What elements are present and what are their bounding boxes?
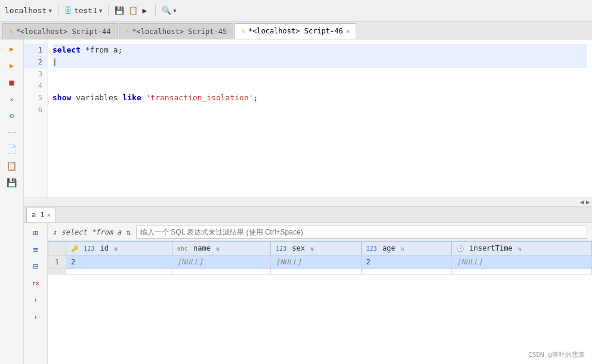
col-sex-sort[interactable]: ⇅ xyxy=(310,245,314,252)
tab-46-close[interactable]: ✕ xyxy=(346,27,350,35)
col-id[interactable]: 🔑 123 id ⇅ xyxy=(66,242,172,255)
separator-3 xyxy=(155,5,156,17)
connection-arrow: ▼ xyxy=(48,8,51,14)
tab-45-label: *<localhost> Script-45 xyxy=(132,27,227,36)
data-table-container[interactable]: 🔑 123 id ⇅ abc name ⇅ xyxy=(48,241,592,364)
result-main: ⊞ ≡ ⊟ ↑✕ ↑ ↓ ↕ select *from a ⇅ xyxy=(24,223,592,364)
result-tab-a1[interactable]: a 1 ✕ xyxy=(26,208,56,222)
up-button[interactable]: ↑ xyxy=(27,292,44,307)
save-file-button[interactable]: 💾 xyxy=(4,175,20,190)
col-id-type: 123 xyxy=(84,245,94,252)
database-label: test1 xyxy=(74,6,97,15)
run-icon[interactable]: ▶ xyxy=(142,6,147,15)
col-inserttime-type: 🕐 xyxy=(457,245,464,252)
tab-script-46[interactable]: ✎ *<localhost> Script-46 ✕ xyxy=(235,23,356,39)
chart-button[interactable]: ⊟ xyxy=(27,259,44,273)
save-icon[interactable]: 💾 xyxy=(115,6,124,15)
cell-name-empty xyxy=(172,269,270,274)
db-icon: 🗄 xyxy=(64,6,72,15)
list-view-button[interactable]: ≡ xyxy=(27,242,44,257)
line-num-3: 3 xyxy=(24,68,47,80)
separator-2 xyxy=(108,5,109,17)
code-line-2 xyxy=(53,56,587,68)
grid-view-button[interactable]: ⊞ xyxy=(27,226,44,240)
copy-icon[interactable]: 📋 xyxy=(128,6,138,15)
col-id-sort[interactable]: ⇅ xyxy=(114,245,118,252)
editor-scrollbar: ◀ ▶ xyxy=(24,198,592,206)
filter-icon: ⇅ xyxy=(127,227,131,237)
col-sex[interactable]: 123 sex ⇅ xyxy=(270,242,361,255)
cell-sex-1: [NULL] xyxy=(270,255,361,269)
search-icon: 🔍 xyxy=(162,6,171,15)
new-file-button[interactable]: 📄 xyxy=(4,142,20,156)
connection-selector[interactable]: localhost ▼ xyxy=(5,6,52,15)
table-header-row: 🔑 123 id ⇅ abc name ⇅ xyxy=(48,242,592,255)
table-row[interactable]: 1 2 [NULL] [NULL] 2 [NULL] xyxy=(48,255,592,269)
cell-rownum-1: 1 xyxy=(48,255,66,269)
database-arrow: ▼ xyxy=(99,8,102,14)
scroll-left-icon[interactable]: ◀ xyxy=(580,199,584,205)
watermark: CSDN @落叶的悲哀 xyxy=(528,350,585,359)
search-selector[interactable]: 🔍 ▼ xyxy=(162,6,176,15)
col-sex-type: 123 xyxy=(276,245,286,252)
line-num-4: 4 xyxy=(24,80,47,92)
col-name-type: abc xyxy=(177,245,188,252)
scroll-right-icon[interactable]: ▶ xyxy=(586,199,590,205)
tab-46-icon: ✎ xyxy=(241,27,245,35)
separator-1 xyxy=(58,5,58,17)
tab-bar: ✎ *<localhost> Script-44 ✎ *<localhost> … xyxy=(0,21,592,39)
code-editor[interactable]: select *from a; show variables like 'tra… xyxy=(48,39,592,198)
col-id-label: id xyxy=(100,244,109,252)
col-inserttime-label: insertTime xyxy=(469,244,512,252)
result-tab-a1-label: a 1 xyxy=(32,211,45,219)
tab-44-label: *<localhost> Script-44 xyxy=(16,27,111,36)
main-toolbar: localhost ▼ 🗄 test1 ▼ 💾 📋 ▶ 🔍 ▼ xyxy=(0,0,592,21)
run-all-button[interactable]: ▶ xyxy=(4,58,20,73)
tab-script-44[interactable]: ✎ *<localhost> Script-44 xyxy=(2,23,118,39)
settings-button[interactable]: ⚙ xyxy=(4,109,20,123)
col-sex-label: sex xyxy=(292,244,305,252)
line-num-6: 6 xyxy=(24,104,47,116)
cell-sex-empty xyxy=(270,269,361,274)
editor-results: 1 2 3 4 5 6 select *from a; show variabl… xyxy=(24,39,592,364)
col-name-label: name xyxy=(193,244,211,252)
col-inserttime[interactable]: 🕐 insertTime ⇅ xyxy=(452,242,592,255)
col-age-type: 123 xyxy=(366,245,377,252)
database-selector[interactable]: 🗄 test1 ▼ xyxy=(64,6,103,15)
cell-age-empty xyxy=(361,269,452,274)
open-file-button[interactable]: 📋 xyxy=(4,159,20,173)
data-table: 🔑 123 id ⇅ abc name ⇅ xyxy=(48,241,592,274)
run-button[interactable]: ▶ xyxy=(4,42,20,56)
result-data-area: ↕ select *from a ⇅ 🔑 xyxy=(48,223,592,364)
table-row-empty xyxy=(48,269,592,274)
search-arrow: ▼ xyxy=(173,8,176,14)
connection-label: localhost xyxy=(5,6,47,15)
result-sql-text: ↕ select *from a xyxy=(53,228,122,236)
filter-input[interactable] xyxy=(136,226,587,239)
toolbar-actions: 💾 📋 ▶ xyxy=(115,6,149,15)
cell-name-1: [NULL] xyxy=(172,255,270,269)
col-age[interactable]: 123 age ⇅ xyxy=(361,242,452,255)
code-line-5: show variables like 'transaction_isolati… xyxy=(53,92,587,104)
export-button[interactable]: ↑✕ xyxy=(27,276,44,290)
cell-rownum-empty xyxy=(48,269,66,274)
code-area[interactable]: 1 2 3 4 5 6 select *from a; show variabl… xyxy=(24,39,592,198)
down-button[interactable]: ↓ xyxy=(27,309,44,323)
dots-button[interactable]: ··· xyxy=(4,125,20,140)
result-tab-bar: a 1 ✕ xyxy=(24,206,592,223)
code-line-3 xyxy=(53,68,587,80)
stop-all-button[interactable]: ✕ xyxy=(4,92,20,106)
col-age-label: age xyxy=(383,244,396,252)
col-age-sort[interactable]: ⇅ xyxy=(401,245,405,252)
cell-id-1: 2 xyxy=(66,255,172,269)
result-tab-a1-close[interactable]: ✕ xyxy=(47,211,51,219)
col-inserttime-sort[interactable]: ⇅ xyxy=(518,245,522,252)
result-left-sidebar: ⊞ ≡ ⊟ ↑✕ ↑ ↓ xyxy=(24,223,48,364)
cell-inserttime-1: [NULL] xyxy=(452,255,592,269)
tab-script-45[interactable]: ✎ *<localhost> Script-45 xyxy=(119,23,234,39)
line-num-1: 1 xyxy=(24,44,47,56)
col-rownum xyxy=(48,242,66,255)
col-name-sort[interactable]: ⇅ xyxy=(216,245,220,252)
col-name[interactable]: abc name ⇅ xyxy=(172,242,270,255)
stop-button[interactable]: ■ xyxy=(4,75,20,90)
